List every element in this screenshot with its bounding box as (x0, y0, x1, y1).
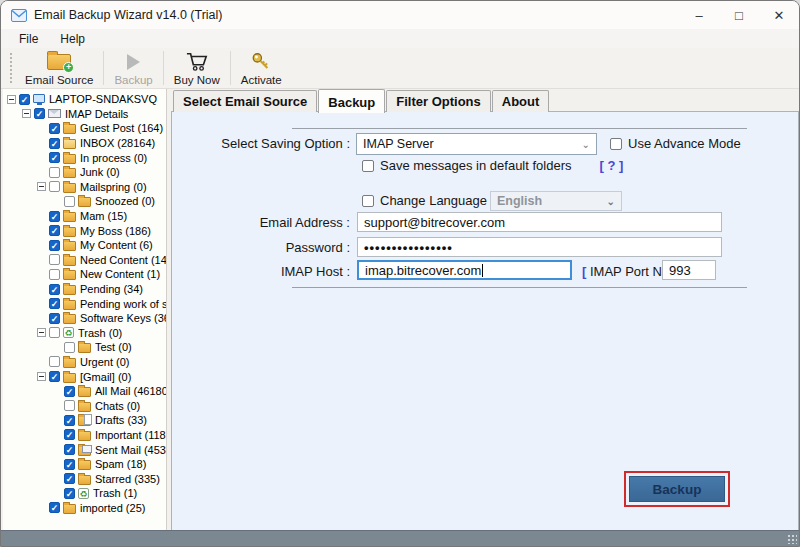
tree-item-trash-1[interactable]: Trash (1) (3, 486, 166, 501)
tree-item-mailspring-0[interactable]: Mailspring (0) (3, 180, 166, 195)
checked-checkbox-icon[interactable] (64, 459, 75, 470)
checked-checkbox-icon[interactable] (64, 488, 75, 499)
tree-item-gmail-0[interactable]: [Gmail] (0) (3, 369, 166, 384)
checked-checkbox-icon[interactable] (19, 94, 30, 105)
saving-option-select[interactable]: IMAP Server ⌄ (356, 133, 597, 155)
checked-checkbox-icon[interactable] (49, 284, 60, 295)
imap-port-field[interactable]: 993 (662, 260, 716, 280)
toolbar-button-buy-now[interactable]: Buy Now (166, 48, 228, 88)
tree-item-label: LAPTOP-SNDAKSVQ (49, 93, 157, 105)
checked-checkbox-icon[interactable] (64, 415, 75, 426)
toolbar-button-email-source[interactable]: +Email Source (17, 48, 101, 88)
checked-checkbox-icon[interactable] (64, 444, 75, 455)
tree-item-drafts-33[interactable]: Drafts (33) (3, 413, 166, 428)
tree-item-inbox-28164[interactable]: INBOX (28164) (3, 136, 166, 151)
tab-select-email-source[interactable]: Select Email Source (173, 90, 317, 112)
tree-item-imap-details[interactable]: IMAP Details (3, 107, 166, 122)
use-advance-mode-label: Use Advance Mode (628, 136, 741, 151)
help-link[interactable]: [ ? ] (600, 158, 624, 173)
tree-item-sent-mail-4538[interactable]: Sent Mail (4538) (3, 442, 166, 457)
tree-item-important-11874[interactable]: Important (11874) (3, 428, 166, 443)
minimize-button[interactable]: – (679, 1, 719, 29)
checked-checkbox-icon[interactable] (64, 386, 75, 397)
tree-item-in-process-0[interactable]: In process (0) (3, 150, 166, 165)
checked-checkbox-icon[interactable] (64, 473, 75, 484)
checked-checkbox-icon[interactable] (49, 152, 60, 163)
tree-item-software-keys-36[interactable]: Software Keys (36) (3, 311, 166, 326)
unchecked-checkbox-icon[interactable] (49, 327, 60, 338)
checked-checkbox-icon[interactable] (49, 211, 60, 222)
folder-icon (63, 124, 76, 134)
tree-item-imported-25[interactable]: imported (25) (3, 501, 166, 516)
folder-icon (63, 285, 76, 295)
collapse-expander-icon[interactable] (37, 328, 46, 337)
tree-item-my-boss-186[interactable]: My Boss (186) (3, 223, 166, 238)
tree-item-my-content-6[interactable]: My Content (6) (3, 238, 166, 253)
unchecked-checkbox-icon[interactable] (64, 400, 75, 411)
unchecked-checkbox-icon[interactable] (49, 269, 60, 280)
tree-item-guest-post-164[interactable]: Guest Post (164) (3, 121, 166, 136)
email-field[interactable]: support@bitrecover.com (357, 212, 722, 232)
tree-item-trash-0[interactable]: Trash (0) (3, 326, 166, 341)
tree-item-laptop-sndaksvq[interactable]: LAPTOP-SNDAKSVQ (3, 92, 166, 107)
tab-backup[interactable]: Backup (318, 89, 385, 113)
checked-checkbox-icon[interactable] (49, 502, 60, 513)
checked-checkbox-icon[interactable] (49, 123, 60, 134)
change-language-label: Change Language (380, 193, 487, 208)
tree-item-need-content-14[interactable]: Need Content (14) (3, 253, 166, 268)
tree-item-junk-0[interactable]: Junk (0) (3, 165, 166, 180)
checked-checkbox-icon[interactable] (64, 429, 75, 440)
password-field[interactable]: •••••••••••••••• (357, 237, 722, 257)
folder-icon (63, 183, 76, 193)
tree-item-urgent-0[interactable]: Urgent (0) (3, 355, 166, 370)
unchecked-checkbox-icon[interactable] (49, 254, 60, 265)
collapse-expander-icon[interactable] (22, 109, 31, 118)
collapse-expander-icon[interactable] (37, 372, 46, 381)
unchecked-checkbox-icon[interactable] (49, 181, 60, 192)
change-language-checkbox[interactable]: Change Language (362, 193, 487, 208)
tab-filter-options[interactable]: Filter Options (386, 90, 491, 112)
use-advance-mode-checkbox[interactable]: Use Advance Mode (610, 136, 741, 151)
checked-checkbox-icon[interactable] (49, 371, 60, 382)
checked-checkbox-icon[interactable] (34, 108, 45, 119)
checked-checkbox-icon[interactable] (49, 313, 60, 324)
collapse-expander-icon[interactable] (7, 95, 16, 104)
collapse-expander-icon[interactable] (37, 182, 46, 191)
unchecked-checkbox-icon[interactable] (64, 342, 75, 353)
imap-host-field[interactable]: imap.bitrecover.com (357, 260, 572, 280)
unchecked-checkbox-icon[interactable] (49, 167, 60, 178)
unchecked-checkbox-icon[interactable] (64, 196, 75, 207)
tree-item-pending-work-of-sir[interactable]: Pending work of sir ( (3, 296, 166, 311)
folder-open-icon (63, 139, 76, 149)
maximize-button[interactable]: □ (719, 1, 759, 29)
checked-checkbox-icon[interactable] (49, 225, 60, 236)
tree-item-test-0[interactable]: Test (0) (3, 340, 166, 355)
tree-item-mam-15[interactable]: Mam (15) (3, 209, 166, 224)
tree-item-new-content-1[interactable]: New Content (1) (3, 267, 166, 282)
menu-item-help[interactable]: Help (50, 30, 95, 48)
tree-item-all-mail-46180[interactable]: All Mail (46180) (3, 384, 166, 399)
draft-icon (78, 416, 91, 426)
unchecked-checkbox-icon[interactable] (49, 356, 60, 367)
tree-item-starred-335[interactable]: Starred (335) (3, 471, 166, 486)
checked-checkbox-icon[interactable] (49, 298, 60, 309)
folder-icon (63, 300, 76, 310)
tree-item-pending-34[interactable]: Pending (34) (3, 282, 166, 297)
tree-item-chats-0[interactable]: Chats (0) (3, 398, 166, 413)
tree-item-label: imported (25) (80, 502, 145, 514)
resize-grip[interactable] (787, 534, 797, 544)
checked-checkbox-icon[interactable] (49, 138, 60, 149)
save-messages-checkbox[interactable]: Save messages in default folders [ ? ] (362, 158, 623, 173)
menu-item-file[interactable]: File (9, 30, 48, 48)
tree-item-snoozed-0[interactable]: Snoozed (0) (3, 194, 166, 209)
tree-item-label: Pending work of sir ( (80, 298, 166, 310)
checked-checkbox-icon[interactable] (49, 240, 60, 251)
tree-item-spam-18[interactable]: Spam (18) (3, 457, 166, 472)
tree-item-label: Trash (0) (78, 327, 122, 339)
toolbar-button-activate[interactable]: Activate (233, 48, 290, 88)
backup-button[interactable]: Backup (629, 476, 725, 502)
language-select[interactable]: English ⌄ (490, 191, 622, 211)
folder-icon (63, 212, 76, 222)
close-button[interactable]: ✕ (759, 1, 799, 29)
tab-about[interactable]: About (492, 90, 550, 112)
